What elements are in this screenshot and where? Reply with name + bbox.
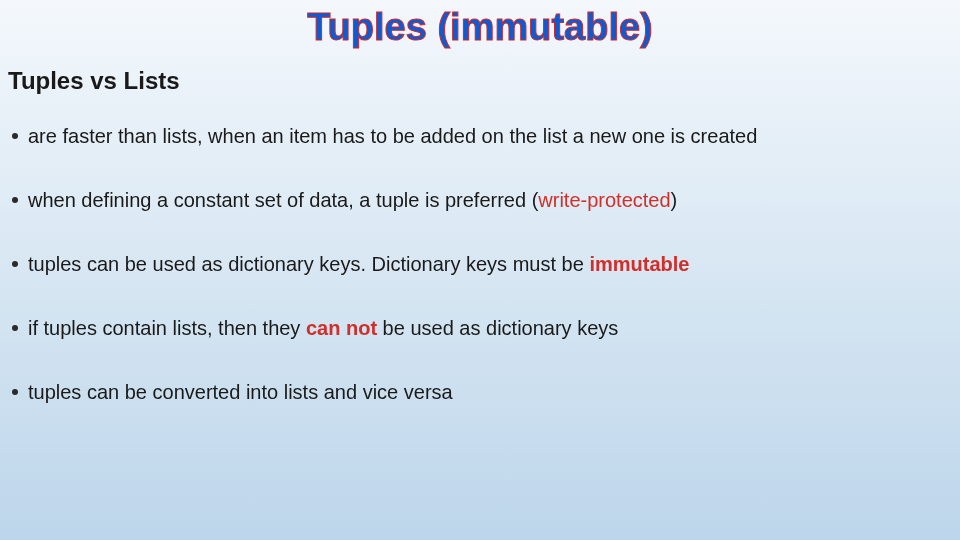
slide: Tuples (immutable) Tuples vs Lists are f… [0,0,960,540]
list-item: when defining a constant set of data, a … [12,187,948,213]
highlight-text: can not [306,317,377,339]
list-item: are faster than lists, when an item has … [12,123,948,149]
bullet-text: are faster than lists, when an item has … [28,123,948,149]
slide-subheading: Tuples vs Lists [8,67,960,95]
list-item: tuples can be converted into lists and v… [12,379,948,405]
text-fragment: tuples can be used as dictionary keys. D… [28,253,589,275]
highlight-text: immutable [589,253,689,275]
bullet-icon [12,389,18,395]
bullet-icon [12,261,18,267]
bullet-icon [12,197,18,203]
list-item: tuples can be used as dictionary keys. D… [12,251,948,277]
highlight-text: write-protected [538,189,670,211]
bullet-list: are faster than lists, when an item has … [0,123,960,405]
bullet-icon [12,133,18,139]
bullet-text: tuples can be converted into lists and v… [28,379,948,405]
text-fragment: be used as dictionary keys [377,317,618,339]
bullet-icon [12,325,18,331]
bullet-text: when defining a constant set of data, a … [28,187,948,213]
slide-title: Tuples (immutable) [0,6,960,49]
bullet-text: tuples can be used as dictionary keys. D… [28,251,948,277]
list-item: if tuples contain lists, then they can n… [12,315,948,341]
text-fragment: if tuples contain lists, then they [28,317,306,339]
text-fragment: when defining a constant set of data, a … [28,189,538,211]
bullet-text: if tuples contain lists, then they can n… [28,315,948,341]
text-fragment: ) [671,189,678,211]
